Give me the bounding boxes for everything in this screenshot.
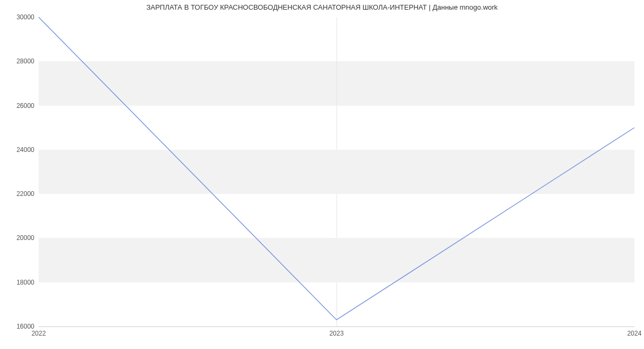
plot-area xyxy=(39,17,634,327)
y-tick-label: 22000 xyxy=(0,190,34,198)
chart-container: ЗАРПЛАТА В ТОГБОУ КРАСНОСВОБОДНЕНСКАЯ СА… xyxy=(0,0,644,349)
chart-title: ЗАРПЛАТА В ТОГБОУ КРАСНОСВОБОДНЕНСКАЯ СА… xyxy=(0,3,644,11)
line-series xyxy=(39,17,634,326)
y-tick-label: 18000 xyxy=(0,279,34,286)
y-tick-label: 20000 xyxy=(0,234,34,242)
y-tick-label: 24000 xyxy=(0,146,34,154)
y-tick-label: 30000 xyxy=(0,13,34,21)
y-tick-label: 28000 xyxy=(0,57,34,65)
series-line xyxy=(39,17,634,320)
y-tick-label: 16000 xyxy=(0,323,34,330)
x-tick-label: 2024 xyxy=(627,330,642,337)
y-tick-label: 26000 xyxy=(0,102,34,110)
x-tick-label: 2022 xyxy=(32,330,46,337)
x-tick-label: 2023 xyxy=(330,330,344,337)
